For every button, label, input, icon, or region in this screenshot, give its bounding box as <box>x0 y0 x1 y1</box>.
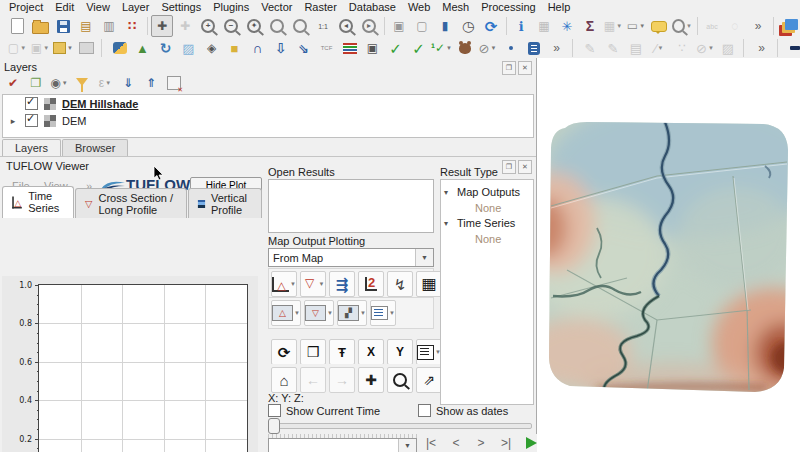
layer-name[interactable]: DEM Hillshade <box>62 98 138 110</box>
tuflow-utilities-button[interactable] <box>339 37 361 59</box>
subplot-settings-button[interactable]: ⇗ <box>416 367 442 393</box>
tcf-tool-button[interactable]: TCF <box>316 37 338 59</box>
first-timestep-button[interactable]: |< <box>420 432 442 452</box>
paperclip-tool-dropdown[interactable]: ▼ <box>490 45 496 51</box>
menu-processing[interactable]: Processing <box>476 1 540 13</box>
toolbar-overflow-4-button[interactable]: » <box>751 37 773 59</box>
help-contents-button[interactable] <box>784 37 800 59</box>
menu-vector[interactable]: Vector <box>256 1 297 13</box>
import-download-1-button[interactable]: ⇩ <box>270 37 292 59</box>
manage-map-themes-dropdown[interactable]: ▼ <box>62 80 68 86</box>
default-ts-plot-button[interactable]: ▼ <box>271 300 301 326</box>
layer-expand-arrow[interactable]: ▸ <box>7 116 19 126</box>
toolbar-overflow-1-button[interactable]: » <box>747 15 769 37</box>
grass-tools-button[interactable]: ▲ <box>132 37 154 59</box>
check-tool-2-button[interactable]: ✓ <box>408 37 430 59</box>
plot-figure[interactable]: 0.00.20.40.60.81.00.00.20.40.60.81.0 <box>2 276 258 452</box>
map-window-button[interactable]: ▣ <box>362 37 384 59</box>
move-selection-button[interactable] <box>75 37 97 59</box>
cross-section-plot-tool-dropdown[interactable]: ▼ <box>319 281 325 287</box>
check-tool-1-button[interactable]: ✓ <box>385 37 407 59</box>
cross-section-plot-tool-button[interactable]: ▼ <box>300 271 326 297</box>
show-current-time-checkbox[interactable] <box>268 404 281 417</box>
dock-tab-browser[interactable]: Browser <box>62 139 128 156</box>
import-download-2-button[interactable]: ⇘ <box>293 37 315 59</box>
cube-3d-button[interactable]: ■ <box>224 37 246 59</box>
dock-tab-layers[interactable]: Layers <box>2 139 61 157</box>
open-project-button[interactable] <box>29 15 51 37</box>
zoom-full-button[interactable]: ✦ <box>243 15 265 37</box>
map-canvas[interactable] <box>537 58 800 452</box>
map-output-combo-arrow-icon[interactable]: ▼ <box>415 249 433 266</box>
layer-visibility-checkbox[interactable] <box>25 97 38 110</box>
filter-by-expression-dropdown[interactable]: ▼ <box>105 80 111 86</box>
menu-plugins[interactable]: Plugins <box>208 1 254 13</box>
plot-tab-vp[interactable]: Vertical Profile <box>188 188 262 218</box>
refresh-map-button[interactable]: ⟳ <box>480 15 502 37</box>
processing-options-button[interactable]: ✳ <box>556 15 578 37</box>
layer-row[interactable]: DEM Hillshade <box>3 95 533 112</box>
time-combo-arrow-icon[interactable]: ▼ <box>398 439 416 452</box>
tree-collapse-arrow[interactable]: ▾ <box>441 188 451 197</box>
plot-options-list-button[interactable]: ▼ <box>370 300 396 326</box>
menu-settings[interactable]: Settings <box>156 1 206 13</box>
flux-line-tool-button[interactable]: ⇶ <box>329 271 355 297</box>
menu-raster[interactable]: Raster <box>299 1 341 13</box>
measure-tool-button[interactable]: ▭▼ <box>625 15 647 37</box>
temporal-controller-button[interactable]: ◷ <box>457 15 479 37</box>
clear-plot-button[interactable]: ❒ <box>300 339 326 365</box>
last-timestep-button[interactable]: >| <box>495 432 517 452</box>
delete-selected-dropdown[interactable]: ▼ <box>708 45 714 51</box>
locator-search-dropdown[interactable]: ▼ <box>686 23 692 29</box>
open-layer-styling-button[interactable]: ✔ <box>2 72 24 94</box>
home-view-button[interactable]: ⌂ <box>271 367 297 393</box>
result-group-map-outputs[interactable]: ▾Map Outputs <box>441 184 533 200</box>
zoom-last-button[interactable]: ◂ <box>335 15 357 37</box>
zoom-plot-button[interactable] <box>387 367 413 393</box>
menu-mesh[interactable]: Mesh <box>437 1 474 13</box>
flood-modeller-2d-button[interactable]: 2 <box>358 271 384 297</box>
timeseries-plot-tool-button[interactable]: ▼ <box>271 271 297 297</box>
python-console-button[interactable] <box>109 37 131 59</box>
refresh-plot-button[interactable]: ⟳ <box>271 339 297 365</box>
menu-web[interactable]: Web <box>403 1 435 13</box>
toggle-y-axis-button[interactable]: Y <box>387 339 413 365</box>
deselect-features-dropdown[interactable]: ▼ <box>43 45 49 51</box>
check-tool-1d-button[interactable]: ¹✓▼ <box>431 37 453 59</box>
layers-close-button[interactable]: ✕ <box>518 61 532 75</box>
toggle-x-axis-button[interactable]: X <box>358 339 384 365</box>
save-project-button[interactable] <box>52 15 74 37</box>
layer-visibility-checkbox[interactable] <box>25 114 38 127</box>
paperclip-tool-button[interactable]: ⊘▼ <box>477 37 499 59</box>
remove-layer-button[interactable] <box>163 72 185 94</box>
statistical-summary-button[interactable]: Σ <box>579 15 601 37</box>
manage-map-themes-button[interactable]: ◉▼ <box>48 72 70 94</box>
animal-tool-button[interactable] <box>454 37 476 59</box>
select-by-value-button[interactable]: ▼ <box>52 37 74 59</box>
topology-checker-button[interactable]: ◈ <box>201 37 223 59</box>
default-cs-plot-button[interactable]: ▼ <box>304 300 334 326</box>
tuflow-close-button[interactable]: ✕ <box>518 160 532 174</box>
toggle-1d-elements-button[interactable]: Ŧ <box>329 339 355 365</box>
filter-legend-button[interactable] <box>71 72 93 94</box>
bookmark-button[interactable]: ▮ <box>434 15 456 37</box>
new-project-button[interactable] <box>6 15 28 37</box>
pan-plot-button[interactable]: ✚ <box>358 367 384 393</box>
zoom-out-button[interactable]: − <box>220 15 242 37</box>
menu-view[interactable]: View <box>81 1 115 13</box>
new-print-layout-button[interactable]: ▤ <box>75 15 97 37</box>
georeferencer-button[interactable]: ▨ <box>178 37 200 59</box>
add-group-button[interactable]: ❐ <box>25 72 47 94</box>
show-as-dates-checkbox[interactable] <box>418 404 431 417</box>
menu-help[interactable]: Help <box>543 1 576 13</box>
plot-tab-ts[interactable]: Time Series <box>2 186 74 218</box>
prev-timestep-button[interactable]: < <box>445 432 467 452</box>
toolbar-overflow-3-button[interactable]: » <box>546 37 568 59</box>
open-results-list[interactable] <box>268 179 434 233</box>
time-combo[interactable]: ▼ <box>268 438 417 452</box>
layer-row[interactable]: ▸DEM <box>3 112 533 129</box>
tree-collapse-arrow[interactable]: ▾ <box>441 219 451 228</box>
style-manager-button[interactable]: ∷ <box>121 15 143 37</box>
default-curtain-plot-dropdown[interactable]: ▼ <box>360 310 366 316</box>
default-ts-plot-dropdown[interactable]: ▼ <box>294 310 300 316</box>
